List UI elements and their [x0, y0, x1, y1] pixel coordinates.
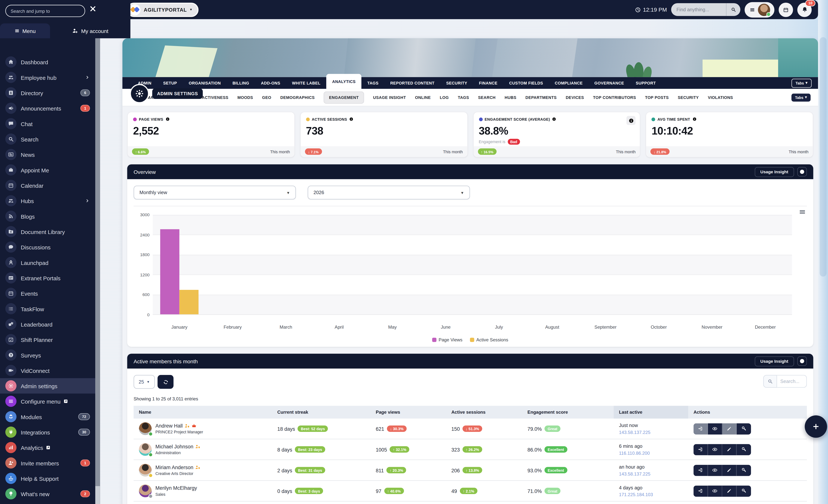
pencil-action-button[interactable]	[722, 465, 737, 476]
eye-action-button[interactable]	[708, 423, 722, 434]
sidebar-item-help-support[interactable]: Help & Support	[0, 471, 95, 486]
eye-action-button[interactable]	[708, 444, 722, 455]
ip-address-link[interactable]: 116.110.86.200	[619, 450, 650, 455]
info-button[interactable]	[797, 356, 807, 366]
sidebar-item-discussions[interactable]: Discussions	[0, 239, 95, 255]
key-action-button[interactable]	[737, 423, 751, 434]
sidebar-item-shift-planner[interactable]: Shift Planner	[0, 332, 95, 347]
page-scrollbar-thumb[interactable]	[820, 37, 827, 277]
subtab-devices[interactable]: DEVICES	[566, 95, 584, 100]
column-header-last-active[interactable]: Last active	[614, 406, 688, 419]
column-header-engagement-score[interactable]: Engagement score	[522, 406, 614, 419]
login-action-button[interactable]	[694, 485, 708, 497]
column-header-current-streak[interactable]: Current streak	[272, 406, 371, 419]
subtab-departments[interactable]: DEPARTMENTS	[525, 95, 557, 100]
member-name[interactable]: Miriam Anderson	[156, 464, 193, 470]
tab-tags[interactable]: TAGS	[362, 77, 384, 89]
pencil-action-button[interactable]	[722, 423, 737, 434]
pencil-action-button[interactable]	[722, 485, 737, 497]
account-menu-button[interactable]	[745, 2, 774, 17]
column-header-name[interactable]: Name	[133, 406, 272, 419]
usage-insight-button[interactable]: Usage Insight	[754, 356, 794, 366]
sidebar-item-configure-menu[interactable]: Configure menu	[0, 394, 95, 409]
tab-my-account[interactable]: My account	[50, 24, 130, 38]
tab-analytics[interactable]: ANALYTICS	[326, 74, 361, 89]
column-header-page-views[interactable]: Page views	[371, 406, 446, 419]
subtab-top-contributors[interactable]: TOP CONTRIBUTORS	[593, 95, 636, 100]
column-header-active-sessions[interactable]: Active sessions	[446, 406, 522, 419]
table-search-input[interactable]	[777, 375, 807, 387]
ip-address-link[interactable]: 171.225.184.103	[619, 492, 653, 497]
login-action-button[interactable]	[694, 423, 708, 434]
subtab-violations[interactable]: VIOLATIONS	[708, 95, 733, 100]
brand-switcher[interactable]: AGILITYPORTAL ▾	[127, 2, 198, 17]
tab-reported-content[interactable]: REPORTED CONTENT	[384, 77, 441, 89]
subtab-security[interactable]: SECURITY	[678, 95, 699, 100]
login-action-button[interactable]	[694, 444, 708, 455]
sidebar-item-what-s-new[interactable]: What's new2	[0, 486, 95, 501]
sidebar-item-analytics[interactable]: Analytics	[0, 440, 95, 455]
sidebar-item-blogs[interactable]: Blogs	[0, 209, 95, 224]
tab-compliance[interactable]: COMPLIANCE	[549, 77, 588, 89]
tab-finance[interactable]: FINANCE	[473, 77, 503, 89]
tab-custom-fields[interactable]: CUSTOM FIELDS	[503, 77, 549, 89]
bar-page-views[interactable]	[160, 229, 179, 314]
tab-security[interactable]: SECURITY	[441, 77, 473, 89]
view-mode-select[interactable]: Monthly view ▼	[133, 186, 296, 199]
eye-action-button[interactable]	[708, 485, 722, 497]
subtab-top-posts[interactable]: TOP POSTS	[645, 95, 669, 100]
add-button[interactable]	[805, 415, 827, 438]
subtab-hubs[interactable]: HUBS	[505, 95, 516, 100]
sidebar-item-leaderboard[interactable]: Leaderboard	[0, 316, 95, 332]
sidebar-item-surveys[interactable]: Surveys	[0, 348, 95, 363]
sidebar-item-dashboard[interactable]: Dashboard	[0, 54, 95, 70]
sidebar-scrollbar-thumb[interactable]	[95, 38, 100, 486]
calendar-button[interactable]	[779, 2, 793, 17]
sidebar-item-document-library[interactable]: Document Library	[0, 224, 95, 239]
sidebar-item-search[interactable]: Search	[0, 131, 95, 147]
key-action-button[interactable]	[737, 444, 751, 455]
info-button[interactable]	[627, 116, 636, 125]
subtab-usage-insight[interactable]: USAGE INSIGHT	[373, 95, 406, 100]
legend-item[interactable]: Active Sessions	[470, 337, 508, 342]
bar-active-sessions[interactable]	[179, 290, 199, 314]
tabs-dropdown-button[interactable]: Tabs▾	[791, 93, 811, 101]
sidebar-item-admin-settings[interactable]: Admin settings	[0, 378, 95, 394]
sidebar-item-announcements[interactable]: Announcements1	[0, 100, 95, 116]
sidebar-item-vidconnect[interactable]: VidConnect	[0, 363, 95, 378]
search-icon[interactable]	[727, 7, 740, 12]
tab-billing[interactable]: BILLING	[227, 77, 255, 89]
subtab-log[interactable]: LOG	[440, 95, 449, 100]
tab-menu[interactable]: Menu	[0, 24, 50, 38]
sidebar-item-calendar[interactable]: Calendar	[0, 178, 95, 193]
page-size-select[interactable]: 25 ▼	[133, 375, 155, 389]
sidebar-item-chat[interactable]: Chat	[0, 116, 95, 131]
tab-add-ons[interactable]: ADD-ONS	[255, 77, 286, 89]
global-search-input[interactable]	[671, 7, 726, 12]
pencil-action-button[interactable]	[722, 444, 737, 455]
sidebar-item-launchpad[interactable]: Launchpad	[0, 255, 95, 270]
member-name[interactable]: Merilyn McElhargy	[156, 485, 197, 491]
key-action-button[interactable]	[737, 485, 751, 497]
close-icon[interactable]	[89, 5, 96, 12]
tab-governance[interactable]: GOVERNANCE	[588, 77, 630, 89]
member-name[interactable]: Michael Johnson	[156, 444, 193, 449]
chart-menu-icon[interactable]	[799, 209, 806, 216]
sidebar-item-invite-members[interactable]: Invite members1	[0, 455, 95, 471]
sidebar-item-employee-hub[interactable]: Employee hub	[0, 70, 95, 85]
eye-action-button[interactable]	[708, 465, 722, 476]
jump-search-input[interactable]	[5, 5, 85, 17]
subtab-engagement[interactable]: ENGAGEMENT	[324, 91, 364, 103]
usage-insight-button[interactable]: Usage Insight	[754, 167, 794, 177]
ip-address-link[interactable]: 143.58.137.225	[619, 429, 651, 435]
sidebar-item-modules[interactable]: Modules72	[0, 409, 95, 424]
subtab-tags[interactable]: TAGS	[458, 95, 469, 100]
info-button[interactable]	[797, 167, 807, 177]
subtab-search[interactable]: SEARCH	[478, 95, 496, 100]
sidebar-item-appoint-me[interactable]: Appoint Me	[0, 162, 95, 178]
legend-item[interactable]: Page Views	[432, 337, 462, 342]
sidebar-scrollbar[interactable]	[95, 0, 100, 504]
year-select[interactable]: 2026 ▼	[308, 186, 470, 199]
notifications-button[interactable]: 10	[797, 2, 812, 17]
subtab-online[interactable]: ONLINE	[415, 95, 431, 100]
